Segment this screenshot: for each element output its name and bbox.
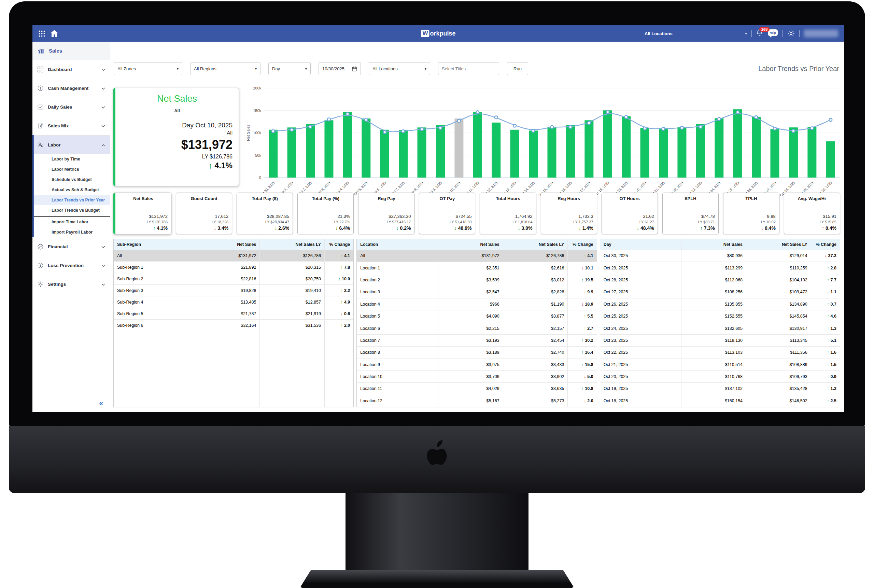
settings-gear-button[interactable] xyxy=(787,30,795,37)
chevron-down-icon: ▾ xyxy=(177,67,178,70)
table-row[interactable]: Oct 19, 2025$137,102$135,428↑1.2 xyxy=(600,383,840,395)
zones-select[interactable]: All Zones▾ xyxy=(114,62,182,75)
chart-svg[interactable]: 050k100k150k200kSep 30, 2025Oct 1, 2025O… xyxy=(245,86,843,198)
table-row[interactable]: Oct 27, 2025$108,256$109,472↓1.1 xyxy=(600,286,840,298)
table-row[interactable]: Sub-Region 1$21,892$20,315↑7.8 xyxy=(114,261,353,273)
kpi-card-tplh[interactable]: TPLH9.98LY 10.02↓ 0.4% xyxy=(723,193,780,234)
sidebar-item-financial[interactable]: Financial xyxy=(33,237,110,256)
app-grid-icon[interactable] xyxy=(39,30,45,37)
kpi-value: 9.98 xyxy=(727,214,776,219)
locations-select[interactable]: All Locations▾ xyxy=(369,62,430,75)
kpi-card-net-sales[interactable]: Net Sales$131,972LY $126,786↑ 4.1% xyxy=(113,193,171,234)
column-header[interactable]: Net Sales xyxy=(195,239,260,250)
bar-oct-8-2025 xyxy=(418,128,426,177)
home-icon[interactable] xyxy=(51,30,58,37)
table-row[interactable]: Location 4$966$1,190↓18.9 xyxy=(357,298,597,310)
run-button[interactable]: Run xyxy=(507,62,528,75)
sidebar-subitem-import-time-labor[interactable]: Import Time Labor xyxy=(34,217,110,227)
table-row[interactable]: Oct 25, 2025$152,555$145,854↑4.6 xyxy=(600,310,840,322)
table-row[interactable]: Sub-Region 3$19,828$19,410↑2.2 xyxy=(114,285,353,296)
sidebar-item-settings[interactable]: Settings xyxy=(33,275,110,294)
kpi-card-total-pay[interactable]: Total Pay ($)$28,087.85LY $28,834.47↓ 2.… xyxy=(237,193,293,234)
kpi-card-total-pay[interactable]: Total Pay (%)21.3%LY 22.7%↓ 6.4% xyxy=(297,193,354,234)
table-row[interactable]: Oct 30, 2025$80,936$129,014↓37.3 xyxy=(600,250,840,262)
sidebar-item-dashboard[interactable]: Dashboard xyxy=(33,60,110,79)
sidebar-subitem-labor-trends-vs-budget[interactable]: Labor Trends vs Budget xyxy=(34,205,110,217)
sidebar-item-cash-management[interactable]: $Cash Management xyxy=(33,79,110,98)
table-row[interactable]: Oct 28, 2025$112,068$104,102↑7.7 xyxy=(600,274,840,286)
table-row[interactable]: Oct 23, 2025$119,130$113,345↑5.1 xyxy=(600,334,840,346)
column-header[interactable]: Location xyxy=(357,239,438,250)
column-header[interactable]: Net Sales xyxy=(438,239,503,250)
table-row[interactable]: Location 3$2,547$2,828↓9.9 xyxy=(357,286,597,298)
kpi-card-splh[interactable]: SPLH$74.78LY $69.71↑ 7.3% xyxy=(662,193,719,234)
net-sales-ly-cell: $21,919 xyxy=(260,308,325,319)
kpi-card-ot-pay[interactable]: OT Pay$724.55LY $1,418.30↓ 48.9% xyxy=(419,193,475,234)
table-row[interactable]: Location 1$2,351$2,616↓10.1 xyxy=(357,262,597,274)
kpi-card-reg-pay[interactable]: Reg Pay$27,363.30LY $27,416.17↓ 0.2% xyxy=(358,193,414,234)
date-input[interactable]: 10/30/2025 xyxy=(319,62,361,75)
notifications-button[interactable]: 268 xyxy=(756,29,763,38)
table-row[interactable]: Oct 26, 2025$135,855$134,890↑0.7 xyxy=(600,298,840,310)
table-row[interactable]: Location 2$3,599$3,012↑19.5 xyxy=(357,274,597,286)
table-row[interactable]: Sub-Region 5$21,787$21,919↓0.6 xyxy=(114,308,353,320)
table-row[interactable]: Sub-Region 2$22,816$20,750↑10.0 xyxy=(114,273,353,285)
sidebar-item-labor[interactable]: Labor xyxy=(34,135,110,154)
table-row[interactable]: Oct 24, 2025$132,605$130,917↑1.3 xyxy=(600,322,840,334)
column-header[interactable]: % Change xyxy=(811,239,840,250)
sidebar-subitem-labor-metrics[interactable]: Labor Metrics xyxy=(34,164,110,174)
table-row[interactable]: Oct 21, 2025$110,514$108,889↑1.5 xyxy=(600,359,840,371)
net-sales-trend-chart[interactable]: 050k100k150k200kSep 30, 2025Oct 1, 2025O… xyxy=(245,86,843,198)
nav-location-selector[interactable]: All Locations ▾ xyxy=(645,31,747,36)
table-row[interactable]: Location 6$2,215$2,157↑2.7 xyxy=(357,322,597,334)
sidebar-item-sales-mix[interactable]: Sales Mix xyxy=(33,117,110,135)
column-header[interactable]: Net Sales LY xyxy=(746,239,811,250)
column-header[interactable]: % Change xyxy=(325,239,353,250)
table-row[interactable]: Oct 22, 2025$113,103$111,356↑1.6 xyxy=(600,346,840,358)
net-sales-cell: $2,215 xyxy=(438,322,503,334)
kpi-card-ot-hours[interactable]: OT Hours31.62LY 61.27↓ 48.4% xyxy=(601,193,658,234)
sidebar-subitem-labor-by-time[interactable]: Labor by Time xyxy=(34,154,110,164)
table-row[interactable]: Oct 20, 2025$110,768$109,793↑0.9 xyxy=(600,371,840,383)
table-row[interactable]: Location 12$5,167$5,273↓2.0 xyxy=(357,395,597,407)
table-row[interactable]: Location 7$3,193$2,454↑30.2 xyxy=(357,334,597,346)
column-header[interactable]: Net Sales LY xyxy=(503,239,568,250)
titles-input[interactable] xyxy=(442,66,495,71)
table-row[interactable]: All$131,972$126,786↑4.1 xyxy=(114,250,353,261)
kpi-change: ↑ 7.3% xyxy=(666,225,715,231)
sidebar-collapse-button[interactable]: « xyxy=(33,396,110,412)
row-label: Sub-Region 1 xyxy=(114,261,195,273)
column-header[interactable]: Day xyxy=(600,239,682,250)
user-name-blurred[interactable] xyxy=(804,30,838,37)
table-row[interactable]: Location 5$4,090$3,877↑5.5 xyxy=(357,310,597,322)
column-header[interactable]: % Change xyxy=(568,239,597,250)
period-select[interactable]: Day▾ xyxy=(268,62,311,75)
sidebar-subitem-schedule-vs-budget[interactable]: Schedule vs Budget xyxy=(34,174,110,185)
table-row[interactable]: Location 10$3,709$3,902↓5.0 xyxy=(357,371,597,383)
table-row[interactable]: Sub-Region 4$13,485$12,857↑4.9 xyxy=(114,296,353,308)
regions-select[interactable]: All Regions▾ xyxy=(190,62,261,75)
table-row[interactable]: Oct 29, 2025$113,299$110,259↑2.8 xyxy=(600,262,840,274)
sidebar-item-daily-sales[interactable]: Daily Sales xyxy=(33,98,110,117)
sidebar-header-sales[interactable]: Sales xyxy=(33,42,110,60)
table-row[interactable]: All$131,972$126,786↑4.1 xyxy=(357,250,597,262)
table-row[interactable]: Oct 18, 2025$150,154$146,502↑2.5 xyxy=(600,395,840,407)
table-row[interactable]: Location 9$3,975$3,433↑15.8 xyxy=(357,359,597,371)
column-header[interactable]: Net Sales xyxy=(681,239,746,250)
sidebar-subitem-labor-trends-vs-prior-year[interactable]: Labor Trends vs Prior Year xyxy=(34,195,110,205)
table-row[interactable]: Location 8$3,189$2,740↑16.4 xyxy=(357,346,597,358)
column-header[interactable]: Sub-Region xyxy=(114,239,195,250)
kpi-card-total-hours[interactable]: Total Hours1,764.92LY 1,818.64↓ 3.0% xyxy=(480,193,536,234)
titles-select[interactable] xyxy=(438,62,499,75)
sidebar-subitem-import-payroll-labor[interactable]: Import Payroll Labor xyxy=(34,227,110,237)
table-row[interactable]: Sub-Region 6$32,164$31,536↑2.0 xyxy=(114,320,353,331)
kpi-card-avg-wage-hr[interactable]: Avg. Wage/Hr$15.91LY $15.85↑ 0.4% xyxy=(784,193,840,234)
sidebar-subitem-actual-vs-sch-budget[interactable]: Actual vs Sch & Budget xyxy=(34,185,110,195)
column-header[interactable]: Net Sales LY xyxy=(260,239,325,250)
net-sales-ly-cell: $3,902 xyxy=(503,371,568,382)
net-sales-cell: $4,090 xyxy=(438,310,503,322)
sidebar-item-loss-prevention[interactable]: $Loss Prevention xyxy=(33,256,110,275)
kpi-card-reg-hours[interactable]: Reg Hours1,733.3LY 1,757.37↓ 1.4% xyxy=(541,193,597,234)
kpi-card-guest-count[interactable]: Guest Count17,612LY 18,228↓ 3.4% xyxy=(176,193,232,234)
table-row[interactable]: Location 11$4,029$3,635↑10.8 xyxy=(357,383,597,395)
